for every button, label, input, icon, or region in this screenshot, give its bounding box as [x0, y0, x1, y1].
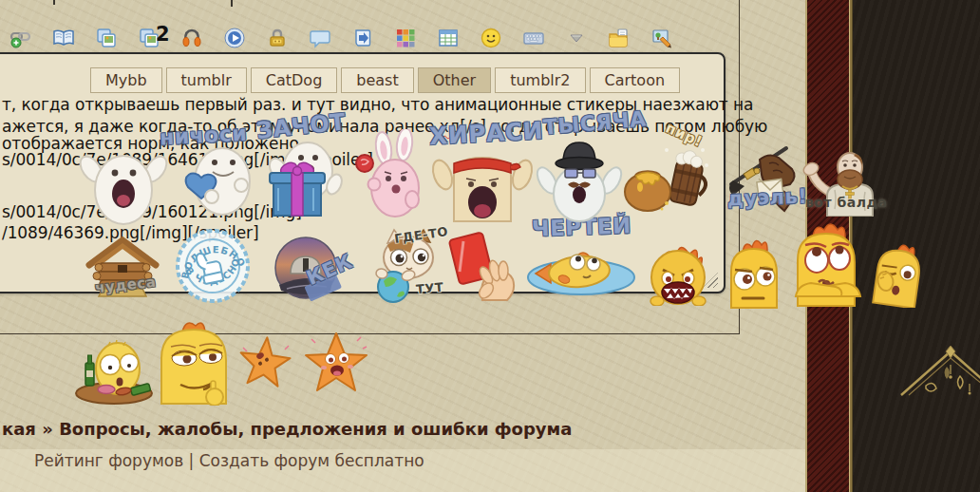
dropdown-arrow-icon[interactable]	[565, 27, 588, 49]
copy-pages-icon[interactable]	[95, 27, 118, 49]
sticker-stamp-wonderful[interactable]: ВОЛШЕБНО В ЧУДЕСНО	[169, 226, 256, 306]
caption-tut: ТУТ	[415, 280, 443, 296]
play-icon[interactable]	[223, 27, 246, 49]
create-forum-link[interactable]: Создать форум бесплатно	[199, 451, 424, 470]
sticker-pack-tabs: Mybb tumblr CatDog beast Other tumblr2 C…	[90, 67, 680, 93]
gold-corner-ornament	[897, 342, 980, 401]
sticker-smug-face[interactable]	[152, 316, 233, 406]
sticker-red-card[interactable]	[437, 230, 520, 302]
sticker-angry-teeth[interactable]	[642, 236, 714, 306]
breadcrumb-section-link[interactable]: Вопросы, жалобы, предложения и ошибки фо…	[59, 419, 572, 439]
add-link-icon[interactable]	[9, 27, 32, 49]
sticker-hirasi[interactable]	[429, 133, 538, 223]
quote-page-icon[interactable]	[351, 27, 374, 49]
sticker-flame-think[interactable]	[866, 236, 933, 308]
breadcrumb-separator: »	[42, 419, 53, 439]
tab-catdog[interactable]: CatDog	[251, 67, 338, 93]
keyboard-icon[interactable]	[522, 27, 545, 49]
editor-toolbar	[9, 27, 673, 49]
links-separator: |	[189, 451, 195, 470]
sticker-star-happy[interactable]	[298, 328, 374, 398]
tab-beast[interactable]: beast	[341, 67, 413, 93]
cropped-text-fragment	[53, 0, 55, 5]
sticker-fish-puddle[interactable]	[520, 236, 646, 298]
sticker-flame-frown[interactable]	[722, 234, 786, 310]
forum-rating-link[interactable]: Рейтинг форумов	[34, 451, 183, 470]
sticker-ghost-surprised[interactable]	[76, 131, 171, 226]
caption-duel: дуэль!	[727, 185, 808, 211]
folder-file-icon[interactable]	[608, 27, 631, 49]
open-book-icon[interactable]	[52, 27, 75, 49]
headphones-icon[interactable]	[180, 27, 203, 49]
sticker-ghost-gift[interactable]	[253, 131, 343, 226]
sticker-flame-eyeroll[interactable]	[790, 220, 866, 308]
sticker-bunny-lollipop[interactable]	[349, 129, 437, 226]
tab-cartoon[interactable]: Cartoon	[590, 67, 681, 93]
pages-counter: 2	[156, 23, 170, 46]
smiley-icon[interactable]	[480, 27, 502, 49]
sticker-drunk-table[interactable]	[74, 331, 155, 405]
breadcrumb: кая » Вопросы, жалобы, предложения и оши…	[2, 419, 572, 439]
tab-mybb[interactable]: Mybb	[90, 67, 162, 93]
service-links: Рейтинг форумов | Создать форум бесплатн…	[34, 451, 424, 470]
table-icon[interactable]	[437, 27, 460, 49]
lock-icon[interactable]	[266, 27, 289, 49]
comment-icon[interactable]	[309, 27, 331, 49]
tab-tumblr2[interactable]: tumblr2	[495, 67, 585, 93]
sticker-feast[interactable]	[617, 133, 712, 220]
tab-other[interactable]: Other	[418, 67, 491, 93]
cropped-text-fragment	[231, 0, 233, 7]
sticker-ghost-heart[interactable]	[173, 126, 263, 223]
forum-page: { "colors": { "paper": "#d2c9ab", "panel…	[0, 0, 980, 492]
color-palette-icon[interactable]	[394, 27, 417, 49]
sticker-star-bent[interactable]	[234, 334, 298, 397]
breadcrumb-forum-prefix: кая	[2, 419, 36, 439]
edit-image-icon[interactable]	[650, 27, 673, 49]
tab-tumblr[interactable]: tumblr	[166, 67, 247, 93]
caption-balda: вот балда	[805, 195, 887, 210]
sticker-thousand-devils[interactable]	[534, 131, 624, 226]
